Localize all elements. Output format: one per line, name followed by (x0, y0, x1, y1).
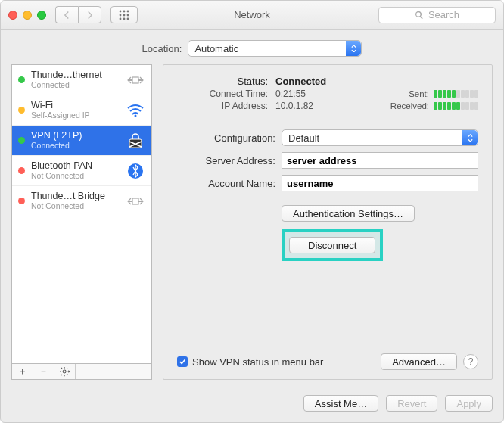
svg-point-4 (123, 14, 126, 16)
grid-icon (119, 10, 129, 20)
interface-status: Not Connected (31, 172, 120, 181)
svg-point-5 (127, 14, 129, 16)
assist-me-button[interactable]: Assist Me… (303, 395, 378, 412)
search-input[interactable]: Search (378, 7, 496, 23)
status-dot-icon (18, 107, 25, 114)
window-title: Network (234, 9, 270, 20)
ethernet-icon (126, 193, 145, 210)
show-all-button[interactable] (110, 6, 138, 23)
search-icon (415, 11, 424, 20)
search-placeholder: Search (428, 9, 459, 20)
location-row: Location: Automatic (1, 30, 503, 64)
interface-list[interactable]: Thunde…thernet Connected Wi-Fi Self-Assi… (11, 64, 152, 363)
interface-name: VPN (L2TP) (31, 131, 120, 142)
form-section: Configuration: Default Server Address: A… (177, 129, 478, 191)
sidebar-item-bluetooth-pan[interactable]: Bluetooth PAN Not Connected (12, 156, 151, 186)
status-value: Connected (275, 76, 351, 87)
configuration-value: Default (288, 132, 319, 144)
chevron-right-icon (86, 11, 93, 19)
account-name-input[interactable] (282, 175, 478, 191)
add-interface-button[interactable]: ＋ (12, 364, 33, 379)
content-area: Thunde…thernet Connected Wi-Fi Self-Assi… (1, 64, 503, 387)
chevron-left-icon (64, 11, 70, 19)
interface-status: Not Connected (31, 202, 120, 211)
dropdown-chevron-icon (346, 41, 361, 56)
status-dot-icon (18, 76, 25, 83)
zoom-window-button[interactable] (37, 11, 46, 20)
titlebar: Network Search (1, 1, 503, 30)
server-address-input[interactable] (282, 152, 478, 169)
received-label: Received: (390, 101, 429, 110)
svg-rect-9 (132, 77, 138, 83)
sidebar-footer: ＋ － (11, 363, 152, 380)
history-nav (55, 6, 101, 23)
svg-point-14 (63, 370, 66, 373)
connect-time-label: Connect Time: (177, 89, 268, 99)
svg-rect-13 (132, 198, 138, 204)
bluetooth-icon (126, 163, 145, 179)
sidebar-item-vpn-l2tp[interactable]: VPN (L2TP) Connected (12, 126, 151, 156)
interface-status: Connected (31, 142, 120, 151)
svg-point-10 (135, 114, 137, 117)
minimize-window-button[interactable] (23, 11, 32, 20)
status-dot-icon (18, 167, 25, 174)
detail-panel: Status: Connected Connect Time: 0:21:55 … (163, 64, 493, 380)
sent-meter (434, 90, 478, 98)
interface-name: Thunde…thernet (31, 70, 120, 81)
authentication-settings-button[interactable]: Authentication Settings… (282, 205, 415, 222)
apply-button[interactable]: Apply (445, 395, 493, 412)
revert-button[interactable]: Revert (386, 395, 437, 412)
network-preferences-window: Network Search Location: Automatic Thund… (0, 0, 504, 423)
configuration-label: Configuration: (177, 132, 275, 144)
advanced-button[interactable]: Advanced… (381, 353, 457, 370)
location-select[interactable]: Automatic (188, 40, 362, 57)
interface-action-menu[interactable] (54, 364, 76, 379)
sidebar-item-thunderbolt-bridge[interactable]: Thunde…t Bridge Not Connected (12, 186, 151, 216)
svg-point-2 (127, 10, 129, 12)
svg-point-0 (120, 10, 122, 12)
received-meter (434, 102, 478, 110)
close-window-button[interactable] (8, 11, 17, 20)
action-buttons: Authentication Settings… Disconnect (282, 205, 478, 261)
panel-bottom-row: Show VPN status in menu bar Advanced… ? (177, 353, 478, 370)
checkbox-checked-icon (177, 356, 188, 367)
sidebar-item-wifi[interactable]: Wi-Fi Self-Assigned IP (12, 95, 151, 126)
back-button[interactable] (55, 6, 78, 23)
show-vpn-status-label: Show VPN status in menu bar (192, 356, 323, 368)
help-button[interactable]: ? (463, 354, 478, 369)
sidebar-item-thunderbolt-ethernet[interactable]: Thunde…thernet Connected (12, 65, 151, 95)
window-controls (8, 11, 46, 20)
sidebar-container: Thunde…thernet Connected Wi-Fi Self-Assi… (11, 64, 152, 380)
sent-label: Sent: (409, 89, 429, 98)
ethernet-icon (126, 72, 145, 89)
status-dot-icon (18, 137, 25, 144)
svg-point-1 (123, 10, 126, 12)
disconnect-button[interactable]: Disconnect (289, 237, 375, 253)
interface-status: Self-Assigned IP (31, 111, 120, 120)
connect-time-value: 0:21:55 (275, 89, 351, 99)
wifi-icon (126, 102, 145, 119)
gear-icon (60, 366, 70, 377)
status-label: Status: (177, 76, 268, 87)
ip-label: IP Address: (177, 101, 268, 111)
interface-name: Wi-Fi (31, 101, 120, 111)
location-label: Location: (142, 43, 182, 54)
location-value: Automatic (194, 43, 238, 54)
forward-button[interactable] (78, 6, 101, 23)
interface-status: Connected (31, 81, 120, 90)
svg-point-7 (123, 17, 126, 20)
interface-name: Thunde…t Bridge (31, 191, 120, 202)
account-name-label: Account Name: (177, 178, 275, 189)
tutorial-highlight: Disconnect (282, 229, 383, 261)
svg-point-8 (127, 17, 129, 20)
configuration-select[interactable]: Default (282, 129, 478, 146)
svg-point-6 (120, 17, 122, 20)
server-address-label: Server Address: (177, 155, 275, 166)
dropdown-chevron-icon (462, 130, 478, 145)
interface-name: Bluetooth PAN (31, 161, 120, 172)
ip-value: 10.0.1.82 (275, 101, 351, 111)
remove-interface-button[interactable]: － (33, 364, 54, 379)
show-vpn-status-checkbox[interactable]: Show VPN status in menu bar (177, 356, 323, 368)
svg-point-3 (120, 14, 122, 16)
status-section: Status: Connected Connect Time: 0:21:55 … (177, 76, 478, 111)
